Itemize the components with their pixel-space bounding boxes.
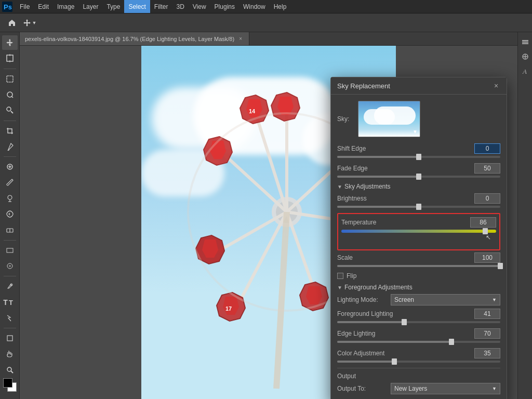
right-panel-icon-1[interactable] — [520, 36, 531, 48]
crop-tool[interactable] — [2, 123, 18, 138]
temperature-slider-track[interactable] — [341, 230, 496, 233]
output-to-dropdown[interactable]: New Layers ▼ — [391, 383, 500, 394]
move-tool-options[interactable]: ▼ — [22, 15, 37, 31]
svg-line-36 — [276, 212, 287, 389]
menu-image[interactable]: Image — [53, 0, 78, 13]
svg-line-9 — [11, 111, 13, 113]
svg-rect-57 — [522, 40, 528, 41]
shape-tool[interactable] — [2, 331, 18, 345]
right-panel-icon-2[interactable] — [520, 51, 531, 62]
fade-edge-slider-thumb[interactable] — [416, 174, 421, 180]
pen-tool[interactable] — [2, 279, 18, 294]
color-adjustment-slider-row — [337, 361, 500, 363]
sky-selector-row: Sky: ▼ — [337, 101, 500, 137]
svg-rect-18 — [7, 248, 13, 252]
lighting-mode-label: Lighting Mode: — [337, 296, 387, 303]
app-logo: Ps — [2, 2, 12, 12]
scale-slider-thumb[interactable] — [498, 263, 503, 269]
sky-adjustments-arrow: ▼ — [337, 184, 342, 190]
foreground-lighting-slider-track[interactable] — [337, 321, 500, 323]
fade-edge-label: Fade Edge — [337, 165, 474, 172]
tool-separator-4 — [4, 240, 16, 241]
history-brush-tool[interactable] — [2, 207, 18, 221]
foreground-lighting-slider-thumb[interactable] — [402, 319, 407, 325]
menu-file[interactable]: File — [16, 0, 34, 13]
right-icon-panel: A — [517, 32, 532, 399]
blur-tool[interactable] — [2, 259, 18, 273]
menu-filter[interactable]: Filter — [150, 0, 172, 13]
tool-separator-2 — [4, 121, 16, 121]
text-tool[interactable]: T T — [2, 295, 18, 309]
fade-edge-slider-track[interactable] — [337, 176, 500, 178]
color-adjustment-slider-thumb[interactable] — [392, 358, 397, 365]
lighting-mode-row: Lighting Mode: Screen ▼ — [337, 294, 500, 305]
output-to-label: Output To: — [337, 385, 387, 392]
lasso-tool[interactable] — [2, 87, 18, 102]
healing-tool[interactable] — [2, 159, 18, 174]
output-to-value: New Layers — [394, 385, 427, 392]
shift-edge-slider-track[interactable] — [337, 156, 500, 158]
edge-lighting-slider-track[interactable] — [337, 341, 500, 343]
foreground-color-swatch[interactable] — [3, 378, 12, 388]
output-title: Output — [337, 373, 500, 380]
output-section: Output Output To: New Layers ▼ — [337, 368, 500, 394]
zoom-tool[interactable] — [2, 363, 18, 377]
eyedropper-tool[interactable] — [2, 139, 18, 154]
menu-layer[interactable]: Layer — [78, 0, 102, 13]
eraser-tool[interactable] — [2, 222, 18, 237]
home-button[interactable] — [4, 15, 20, 31]
right-panel-icon-3[interactable]: A — [520, 65, 531, 77]
dialog-title-bar: Sky Replacement × — [331, 77, 507, 95]
brush-tool[interactable] — [2, 175, 18, 190]
marquee-tool[interactable] — [2, 72, 18, 86]
scale-slider-track[interactable] — [337, 265, 500, 267]
foreground-adjustments-label: Foreground Adjustments — [344, 284, 413, 291]
move-tool[interactable] — [2, 35, 18, 50]
output-to-arrow: ▼ — [492, 386, 497, 391]
svg-point-25 — [7, 367, 11, 371]
scale-row: Scale 100 — [337, 252, 500, 263]
menu-select[interactable]: Select — [124, 0, 150, 13]
artboard-tool[interactable] — [2, 51, 18, 65]
canvas-tab[interactable]: pexels-elina-volkova-18403914.jpg @ 16.7… — [20, 32, 249, 45]
brightness-slider-thumb[interactable] — [416, 204, 421, 210]
menu-type[interactable]: Type — [102, 0, 124, 13]
hand-tool[interactable] — [2, 347, 18, 361]
brightness-row: Brightness 0 — [337, 193, 500, 204]
dialog-close-button[interactable]: × — [492, 82, 500, 90]
tool-separator-3 — [4, 156, 16, 157]
brightness-slider-track[interactable] — [337, 206, 500, 208]
menu-3d[interactable]: 3D — [172, 0, 188, 13]
scale-label: Scale — [337, 254, 474, 261]
scale-slider-row — [337, 265, 500, 267]
foreground-lighting-slider-row — [337, 321, 500, 323]
shift-edge-input[interactable] — [474, 143, 500, 154]
temperature-highlighted-section: Temperature 86 ↖ — [337, 213, 500, 250]
menu-edit[interactable]: Edit — [34, 0, 53, 13]
menu-view[interactable]: View — [189, 0, 210, 13]
shift-edge-slider-thumb[interactable] — [416, 154, 421, 160]
edge-lighting-slider-thumb[interactable] — [449, 339, 454, 345]
gradient-tool[interactable] — [2, 243, 18, 258]
sky-thumbnail[interactable]: ▼ — [358, 101, 420, 137]
color-adjustment-slider-track[interactable] — [337, 361, 500, 363]
clone-stamp-tool[interactable] — [2, 191, 18, 206]
brightness-slider-row — [337, 206, 500, 208]
svg-point-21 — [9, 265, 11, 267]
flip-checkbox[interactable] — [337, 273, 343, 279]
swatch-container[interactable] — [3, 378, 17, 392]
svg-rect-19 — [7, 248, 13, 252]
foreground-adjustments-arrow: ▼ — [337, 285, 342, 290]
quick-select-tool[interactable] — [2, 103, 18, 117]
menu-bar: Ps File Edit Image Layer Type Select Fil… — [0, 0, 532, 14]
menu-help[interactable]: Help — [270, 0, 291, 13]
tool-separator-1 — [4, 69, 16, 69]
lighting-mode-value: Screen — [394, 296, 414, 303]
path-select-tool[interactable] — [2, 311, 18, 325]
lighting-mode-dropdown[interactable]: Screen ▼ — [391, 294, 500, 305]
dialog-body: Sky: ▼ Shif — [331, 95, 507, 399]
foreground-adjustments-header: ▼ Foreground Adjustments — [337, 284, 500, 291]
menu-plugins[interactable]: Plugins — [210, 0, 239, 13]
menu-window[interactable]: Window — [239, 0, 270, 13]
canvas-tab-close[interactable]: × — [237, 36, 244, 42]
